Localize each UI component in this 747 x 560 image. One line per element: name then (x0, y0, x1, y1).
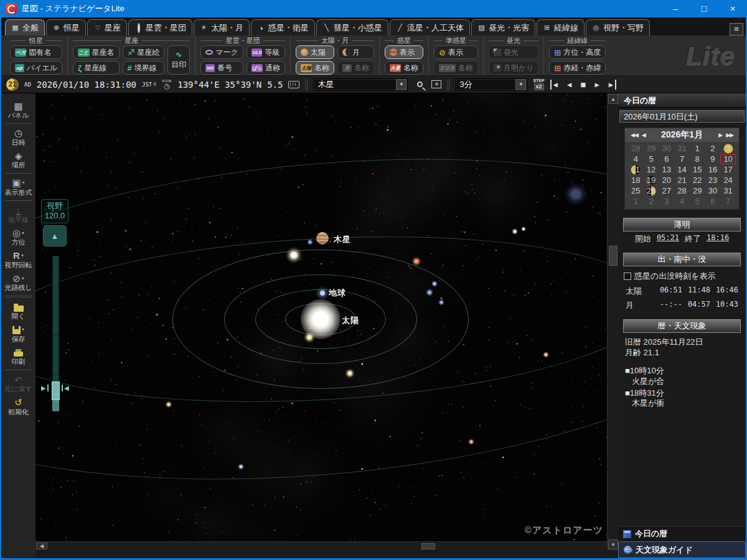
constellation-name-button[interactable]: こと星座名 (73, 45, 119, 59)
prev-month-button[interactable]: ◀ (640, 132, 647, 138)
dropdown-arrow-icon[interactable]: ▼ (396, 79, 406, 90)
next-month-button[interactable]: ▶ (716, 132, 724, 138)
catalog-number-button[interactable]: M8番号 (200, 61, 243, 75)
moon-toggle-button[interactable]: 月 (337, 45, 374, 59)
sidebar-item-open[interactable]: 開く (1, 299, 35, 322)
calendar-day[interactable]: 2 (644, 197, 659, 207)
calendar-day[interactable]: 11 (628, 165, 644, 175)
calendar-day[interactable]: 9 (705, 154, 721, 164)
dwarf-show-button[interactable]: ⊘表示 (434, 45, 478, 59)
calendar-day[interactable]: 28 (628, 144, 644, 154)
sidebar-item-azimuth[interactable]: ◎▾方位 (1, 225, 35, 248)
panel-tab-today-calendar[interactable]: 今日の暦 (618, 526, 746, 541)
time-step-select[interactable]: 3分 ▼ (455, 78, 527, 91)
object-list-button[interactable]: ≡ (431, 80, 441, 88)
moonlight-button[interactable]: 月明かり (489, 61, 539, 75)
calendar-day[interactable]: 12 (644, 165, 659, 175)
show-planet-times-checkbox[interactable]: 惑星の出没時刻を表示 (618, 268, 746, 283)
skip-to-start-button[interactable]: ◀ (550, 80, 560, 90)
dwarf-label-button[interactable]: エリス名称 (434, 61, 478, 75)
skip-to-end-button[interactable]: ▶ (607, 80, 616, 90)
magnitude-button[interactable]: 10.0等級 (247, 45, 285, 59)
azimuth-altitude-button[interactable]: ⊞方位・高度 (549, 45, 606, 59)
target-object-select[interactable]: 木星 ▼ (313, 78, 408, 91)
calendar-day[interactable]: 17 (720, 165, 736, 175)
sidebar-item-location[interactable]: ◈場所 (1, 148, 35, 171)
calendar-day[interactable]: 14 (674, 165, 690, 175)
calendar-day[interactable]: 24 (720, 175, 736, 185)
tab-planets-satellites[interactable]: ◑惑星・衛星 (251, 19, 315, 35)
sidebar-item-display-format[interactable]: ▣▾表示形式 (1, 175, 35, 198)
play-button[interactable]: ▶ (593, 80, 601, 90)
scroll-up-icon[interactable]: ▲ (608, 94, 618, 104)
star-chart[interactable]: 木星 地球 太陽 視野 120.0 ▲ ▶ ◀ ©アストロアーツ (35, 93, 607, 541)
calendar-day[interactable]: 13 (659, 165, 674, 175)
tab-daylight-pollution[interactable]: ▨昼光・光害 (471, 19, 535, 35)
calendar-day[interactable]: 7 (720, 197, 736, 207)
scroll-left-icon[interactable]: ◀ (36, 543, 47, 549)
tab-coordinate-lines[interactable]: ⊞経緯線 (537, 19, 585, 35)
twilight-start-value[interactable]: 05:21 (657, 233, 679, 245)
prev-year-button[interactable]: ◀◀ (629, 132, 640, 138)
calendar-day[interactable]: 7 (674, 154, 690, 164)
next-year-button[interactable]: ▶▶ (724, 132, 735, 138)
sidebar-item-reset[interactable]: ↺初期化 (1, 395, 35, 418)
calendar-day[interactable]: 6 (659, 154, 674, 164)
scroll-down-icon[interactable]: ▼ (608, 539, 618, 549)
calendar-day[interactable]: 21 (674, 175, 690, 185)
calendar-day[interactable]: 3 (659, 197, 674, 207)
fov-slider-thumb[interactable] (52, 381, 60, 400)
sidebar-item-save[interactable]: ▾保存 (1, 322, 35, 345)
maximize-button[interactable]: □ (690, 0, 718, 17)
planet-show-button[interactable]: 表示 (385, 45, 423, 59)
nebula-mark-button[interactable]: マーク (200, 45, 243, 59)
checkbox-icon[interactable] (624, 273, 631, 280)
ribbon-menu-button[interactable]: ≡ (730, 23, 743, 35)
calendar-day[interactable]: 31 (674, 144, 690, 154)
landmark-button[interactable]: ∿目印 (167, 45, 190, 75)
calendar-day[interactable]: 19 (644, 175, 659, 185)
sidebar-item-undo[interactable]: ↶元に戻す (1, 372, 35, 395)
sun-label-button[interactable]: 太陽名称 (296, 61, 334, 75)
calendar-day[interactable]: 27 (659, 186, 674, 196)
tab-fixed-stars[interactable]: ⊕恒星 (46, 19, 86, 35)
planet-label-button[interactable]: 火星名称 (385, 61, 423, 75)
vertical-scroll-thumb[interactable] (609, 246, 618, 266)
twilight-end-value[interactable]: 18:16 (707, 233, 729, 245)
tab-meteors-artificial[interactable]: ╱流星・人工天体 (390, 19, 470, 35)
stop-button[interactable]: ■ (579, 80, 587, 90)
proper-name-button[interactable]: ベガ固有名 (10, 45, 62, 59)
earth-object[interactable] (320, 291, 325, 296)
calendar-day[interactable]: 20 (659, 175, 674, 185)
calendar-day[interactable]: 4 (674, 197, 690, 207)
calendar-day[interactable]: 15 (690, 165, 705, 175)
sidebar-item-panel[interactable]: ▦パネル (1, 98, 35, 121)
boundary-line-button[interactable]: #境界線 (123, 61, 165, 75)
moon-label-button[interactable]: 月名称 (337, 61, 374, 75)
common-name-button[interactable]: ばら通称 (247, 61, 285, 75)
coordinates-value[interactable]: 139°44'E 35°39'N (177, 80, 261, 90)
limiting-magnitude-value[interactable]: 5.5 (267, 80, 283, 90)
calendar-day[interactable]: 1 (628, 197, 644, 207)
horizontal-scroll-thumb[interactable] (421, 543, 435, 549)
moon-age-badge[interactable]: 21 (6, 78, 19, 91)
tab-fov-framing[interactable]: ◎視野・写野 (586, 19, 650, 35)
sidebar-item-trail[interactable]: ⊘▾光跡残し (1, 271, 35, 294)
sidebar-item-print[interactable]: 印刷 (1, 345, 35, 368)
tab-constellations[interactable]: ∵星座 (87, 19, 127, 35)
calendar-day[interactable]: 6 (705, 197, 721, 207)
sidebar-item-fov-rotation[interactable]: R▾視野回転 (1, 248, 35, 271)
datetime-value[interactable]: 2026/01/10 18:31:00 (37, 80, 136, 90)
minimize-button[interactable]: – (661, 0, 690, 17)
calendar-day[interactable]: 25 (628, 186, 644, 196)
calendar-day[interactable]: 2 (705, 144, 721, 154)
ra-dec-button[interactable]: ⊞赤経・赤緯 (549, 61, 606, 75)
keypad-icon[interactable] (288, 81, 299, 88)
now-clock-icon[interactable]: NOW◷ (162, 79, 172, 90)
calendar-day[interactable]: 5 (644, 154, 659, 164)
calendar-day[interactable]: 30 (705, 186, 721, 196)
calendar-day[interactable]: 31 (720, 186, 736, 196)
panel-tab-phenomena-guide[interactable]: 天文現象ガイド (618, 541, 746, 558)
calendar-day[interactable]: 29 (690, 186, 705, 196)
close-button[interactable]: × (718, 0, 747, 17)
